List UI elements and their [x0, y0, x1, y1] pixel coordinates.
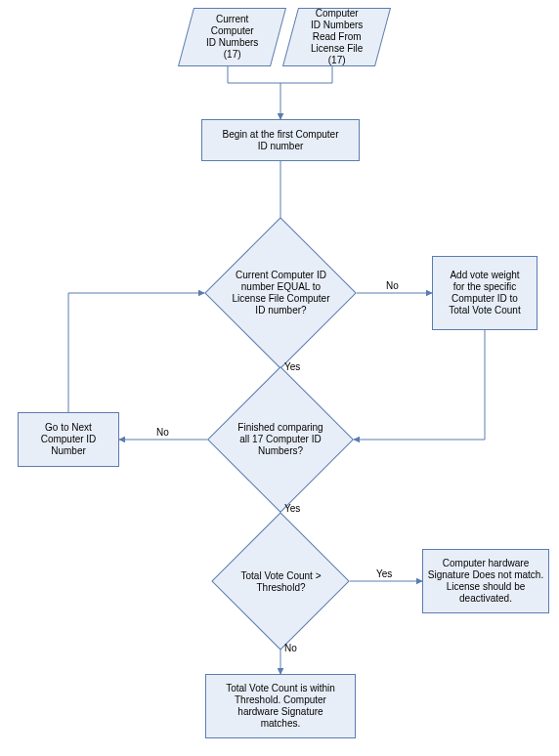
edge-finished-yes: Yes	[284, 503, 300, 514]
process-begin: Begin at the first ComputerID number	[201, 119, 360, 161]
decision-finished-label: Finished comparingall 17 Computer IDNumb…	[237, 422, 322, 457]
edge-equal-no: No	[386, 280, 399, 291]
terminal-within: Total Vote Count is withinThreshold. Com…	[205, 674, 356, 738]
edge-finished-no: No	[156, 427, 169, 438]
edge-threshold-yes: Yes	[376, 568, 392, 579]
terminal-within-label: Total Vote Count is withinThreshold. Com…	[226, 683, 335, 730]
process-add-vote-label: Add vote weightfor the specificComputer …	[449, 270, 520, 316]
input-current-ids-label: CurrentComputerID Numbers(17)	[206, 14, 258, 61]
process-add-vote: Add vote weightfor the specificComputer …	[432, 256, 538, 330]
edge-threshold-no: No	[284, 643, 297, 653]
process-go-next-label: Go to NextComputer IDNumber	[41, 422, 97, 457]
process-begin-label: Begin at the first ComputerID number	[223, 129, 339, 152]
edge-equal-yes: Yes	[284, 361, 300, 372]
decision-equal-label: Current Computer IDnumber EQUAL toLicens…	[232, 270, 329, 316]
process-go-next: Go to NextComputer IDNumber	[18, 412, 119, 467]
input-current-ids: CurrentComputerID Numbers(17)	[178, 8, 286, 66]
decision-threshold-label: Total Vote Count >Threshold?	[240, 570, 321, 594]
input-license-ids: ComputerID NumbersRead FromLicense File(…	[282, 8, 391, 66]
terminal-no-match: Computer hardwareSignature Does not matc…	[422, 549, 549, 613]
input-license-ids-label: ComputerID NumbersRead FromLicense File(…	[311, 8, 363, 66]
terminal-no-match-label: Computer hardwareSignature Does not matc…	[428, 558, 543, 605]
